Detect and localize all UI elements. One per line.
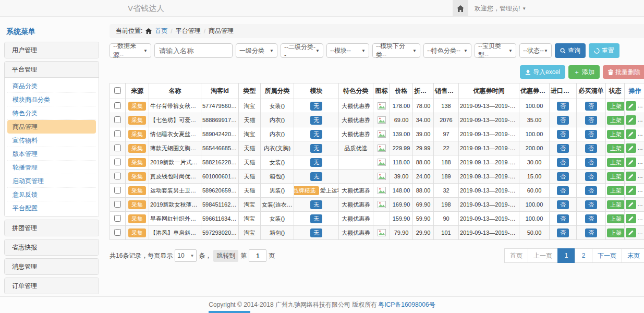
- row-checkbox[interactable]: [114, 130, 121, 137]
- category-cell: 内衣(文胸): [261, 141, 294, 155]
- sidebar-section[interactable]: 平台管理: [5, 62, 99, 77]
- edit-button[interactable]: [626, 129, 636, 139]
- edit-button[interactable]: [626, 115, 636, 125]
- must-buy-flag-cell: 否: [577, 184, 606, 198]
- row-checkbox[interactable]: [114, 201, 121, 208]
- sidebar-subitem[interactable]: 平台配置: [7, 201, 96, 215]
- pager-first[interactable]: 首页: [504, 248, 528, 263]
- sidebar-section[interactable]: 拼团管理: [5, 220, 99, 236]
- name-search-input[interactable]: [154, 43, 233, 58]
- sidebar-subitem[interactable]: 意见反馈: [7, 188, 96, 201]
- row-checkbox[interactable]: [114, 229, 121, 236]
- reset-button[interactable]: 重置: [589, 43, 619, 58]
- must-buy-flag-badge[interactable]: 否: [585, 158, 597, 167]
- status-badge[interactable]: 上架: [607, 102, 625, 111]
- import-flag-badge[interactable]: 否: [557, 130, 569, 139]
- row-checkbox[interactable]: [114, 116, 121, 123]
- must-buy-flag-badge[interactable]: 否: [585, 130, 597, 139]
- edit-button[interactable]: [626, 214, 636, 223]
- table-row: 采集真皮钱包时尚优雅女士...601000601341天猫箱包()无39.002…: [110, 170, 644, 184]
- filter-select[interactable]: --模块--▼: [326, 43, 369, 58]
- status-badge[interactable]: 上架: [607, 130, 625, 139]
- row-checkbox[interactable]: [114, 159, 121, 165]
- edit-button[interactable]: [626, 143, 636, 153]
- sidebar-subitem[interactable]: 版本管理: [7, 147, 96, 161]
- sidebar-subitem[interactable]: 商品管理: [7, 120, 96, 134]
- sidebar-section[interactable]: 订单管理: [5, 278, 99, 294]
- filter-select[interactable]: --模块下分类--▼: [372, 43, 420, 58]
- row-checkbox[interactable]: [114, 215, 121, 222]
- select-all-checkbox[interactable]: [114, 87, 121, 94]
- search-button[interactable]: 查询: [555, 43, 586, 58]
- import-flag-badge[interactable]: 否: [557, 186, 569, 195]
- filter-select[interactable]: --状态--▼: [519, 43, 552, 58]
- filter-select[interactable]: --数据来源--▼: [110, 43, 151, 58]
- must-buy-flag-badge[interactable]: 否: [585, 214, 597, 223]
- status-badge[interactable]: 上架: [607, 116, 625, 125]
- breadcrumb-home-link[interactable]: 首页: [155, 27, 167, 35]
- import-flag-badge[interactable]: 否: [557, 102, 569, 111]
- sidebar-subitem[interactable]: 特色分类: [7, 106, 96, 120]
- edit-button[interactable]: [626, 172, 636, 181]
- status-badge[interactable]: 上架: [607, 144, 625, 153]
- row-checkbox[interactable]: [114, 145, 121, 151]
- status-badge[interactable]: 上架: [607, 158, 625, 167]
- status-badge[interactable]: 上架: [607, 186, 625, 195]
- filter-select[interactable]: --特色分类--▼: [423, 43, 471, 58]
- pager-next[interactable]: 下一页: [592, 248, 622, 263]
- edit-button[interactable]: [626, 101, 636, 111]
- sidebar-section[interactable]: 消息管理: [5, 259, 99, 274]
- jump-button[interactable]: 跳转到: [213, 250, 238, 262]
- add-button[interactable]: ＋ 添加: [568, 65, 600, 79]
- jump-page-input[interactable]: [249, 249, 266, 262]
- status-badge[interactable]: 上架: [607, 214, 625, 223]
- must-buy-flag-badge[interactable]: 否: [585, 144, 597, 153]
- batch-delete-button[interactable]: 批量删除: [603, 65, 644, 79]
- pager-last[interactable]: 末页: [622, 248, 644, 263]
- import-excel-button[interactable]: 导入excel: [520, 65, 565, 79]
- table-body: 采集牛仔背带裤女秋装减龄...577479560965淘宝女装()无大额优惠券1…: [110, 99, 644, 240]
- edit-button[interactable]: [626, 200, 636, 209]
- status-badge[interactable]: 上架: [607, 172, 625, 181]
- must-buy-flag-badge[interactable]: 否: [585, 102, 597, 111]
- pager-page[interactable]: 2: [575, 248, 592, 263]
- user-menu[interactable]: 欢迎您，管理员! ▼: [468, 0, 532, 17]
- filter-select[interactable]: --宝贝类型--▼: [475, 43, 516, 58]
- page-size-select[interactable]: 10 ▼: [175, 249, 197, 262]
- import-flag-badge[interactable]: 否: [557, 158, 569, 167]
- edit-button[interactable]: [626, 228, 636, 237]
- import-flag-badge[interactable]: 否: [557, 144, 569, 153]
- sidebar-section[interactable]: 省惠快报: [5, 239, 99, 255]
- row-checkbox[interactable]: [114, 187, 121, 194]
- status-badge[interactable]: 上架: [607, 200, 625, 209]
- sidebar-subitem[interactable]: 轮播管理: [7, 161, 96, 174]
- sidebar-subitem[interactable]: 商品分类: [7, 79, 96, 93]
- pager-prev[interactable]: 上一页: [528, 248, 558, 263]
- import-flag-badge[interactable]: 否: [557, 116, 569, 125]
- sidebar-subitem[interactable]: 模块商品分类: [7, 93, 96, 106]
- icp-link[interactable]: 粤ICP备16098006号: [378, 300, 435, 309]
- filter-select[interactable]: 一级分类▼: [236, 43, 277, 58]
- import-flag-badge[interactable]: 否: [557, 200, 569, 209]
- import-flag-badge[interactable]: 否: [557, 172, 569, 181]
- import-flag-badge[interactable]: 否: [557, 228, 569, 237]
- sidebar-section[interactable]: 用户管理: [5, 42, 99, 58]
- must-buy-flag-badge[interactable]: 否: [585, 186, 597, 195]
- discount-price-cell: 88.00: [413, 155, 434, 170]
- sidebar-subitem[interactable]: 宣传物料: [7, 134, 96, 147]
- must-buy-flag-badge[interactable]: 否: [585, 172, 597, 181]
- must-buy-flag-badge[interactable]: 否: [585, 200, 597, 209]
- sidebar-subitem[interactable]: 启动页管理: [7, 174, 96, 188]
- home-button[interactable]: [453, 0, 468, 17]
- status-badge[interactable]: 上架: [607, 228, 625, 237]
- must-buy-flag-badge[interactable]: 否: [585, 116, 597, 125]
- edit-button[interactable]: [626, 158, 636, 167]
- import-flag-badge[interactable]: 否: [557, 214, 569, 223]
- row-checkbox[interactable]: [114, 102, 121, 109]
- filter-select[interactable]: --二级分类--▼: [281, 43, 323, 58]
- edit-button[interactable]: [626, 186, 636, 195]
- pager-page[interactable]: 1: [557, 248, 575, 263]
- row-checkbox[interactable]: [114, 173, 121, 179]
- horizontal-scrollbar-thumb[interactable]: [209, 311, 250, 313]
- must-buy-flag-badge[interactable]: 否: [585, 228, 597, 237]
